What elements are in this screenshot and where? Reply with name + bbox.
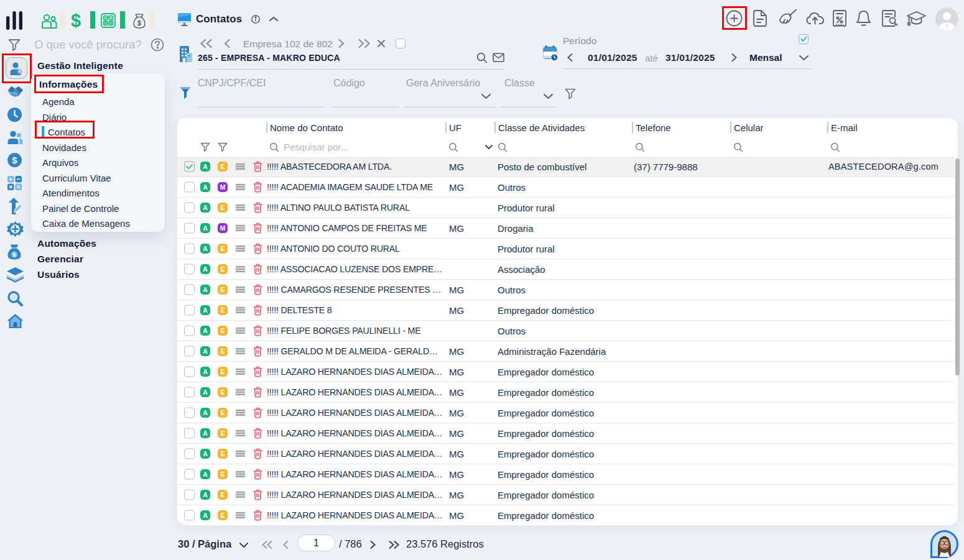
svg-text:$: $ [12, 251, 16, 258]
svg-text:$: $ [137, 20, 141, 27]
svg-text:$: $ [12, 155, 17, 165]
